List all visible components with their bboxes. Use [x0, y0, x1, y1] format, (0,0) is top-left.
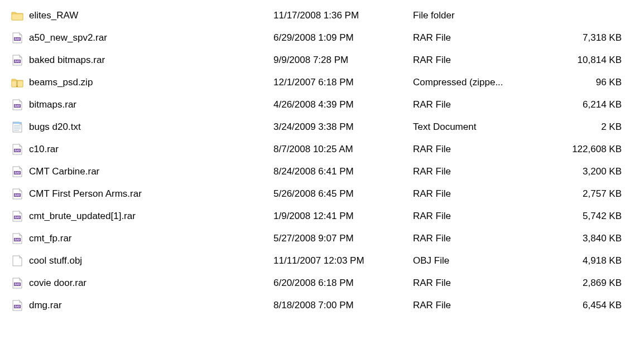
file-size: 6,214 KB — [525, 94, 633, 116]
file-size: 7,318 KB — [525, 27, 633, 49]
file-name[interactable]: baked bitmaps.rar — [28, 49, 273, 71]
file-size — [525, 4, 633, 27]
file-type: RAR File — [413, 294, 525, 317]
file-date-modified: 1/9/2008 12:41 PM — [273, 205, 413, 227]
rar-file-icon — [11, 54, 23, 66]
file-type: Text Document — [413, 116, 525, 138]
file-row[interactable]: beams_psd.zip12/1/2007 6:18 PMCompressed… — [11, 71, 633, 94]
file-type: RAR File — [413, 161, 525, 183]
file-date-modified: 5/26/2008 6:45 PM — [273, 183, 413, 205]
file-name[interactable]: cmt_fp.rar — [28, 227, 273, 250]
file-type: RAR File — [413, 205, 525, 227]
file-name[interactable]: covie door.rar — [28, 272, 273, 294]
file-size: 2 KB — [525, 116, 633, 138]
file-row[interactable]: CMT Carbine.rar8/24/2008 6:41 PMRAR File… — [11, 161, 633, 183]
file-size: 3,200 KB — [525, 161, 633, 183]
file-size: 2,869 KB — [525, 272, 633, 294]
file-row[interactable]: baked bitmaps.rar9/9/2008 7:28 PMRAR Fil… — [11, 49, 633, 71]
file-size: 96 KB — [525, 71, 633, 94]
file-type: OBJ File — [413, 250, 525, 272]
file-name[interactable]: c10.rar — [28, 138, 273, 161]
rar-file-icon — [11, 277, 23, 289]
file-size: 5,742 KB — [525, 205, 633, 227]
file-date-modified: 8/18/2008 7:00 PM — [273, 294, 413, 317]
file-row[interactable]: dmg.rar8/18/2008 7:00 PMRAR File6,454 KB — [11, 294, 633, 317]
file-name[interactable]: cmt_brute_updated[1].rar — [28, 205, 273, 227]
file-row[interactable]: elites_RAW11/17/2008 1:36 PMFile folder — [11, 4, 633, 27]
file-type: RAR File — [413, 49, 525, 71]
file-type: RAR File — [413, 183, 525, 205]
file-date-modified: 6/20/2008 6:18 PM — [273, 272, 413, 294]
file-row[interactable]: CMT First Person Arms.rar5/26/2008 6:45 … — [11, 183, 633, 205]
file-date-modified: 8/7/2008 10:25 AM — [273, 138, 413, 161]
folder-icon — [11, 9, 23, 22]
file-type: RAR File — [413, 94, 525, 116]
file-list: elites_RAW11/17/2008 1:36 PMFile foldera… — [11, 4, 633, 317]
file-type: File folder — [413, 4, 525, 27]
file-date-modified: 5/27/2008 9:07 PM — [273, 227, 413, 250]
file-date-modified: 6/29/2008 1:09 PM — [273, 27, 413, 49]
file-type: Compressed (zippe... — [413, 71, 525, 94]
file-row[interactable]: cmt_fp.rar5/27/2008 9:07 PMRAR File3,840… — [11, 227, 633, 250]
file-date-modified: 8/24/2008 6:41 PM — [273, 161, 413, 183]
file-date-modified: 9/9/2008 7:28 PM — [273, 49, 413, 71]
rar-file-icon — [11, 232, 23, 245]
rar-file-icon — [11, 143, 23, 156]
rar-file-icon — [11, 99, 23, 111]
rar-file-icon — [11, 188, 23, 200]
file-row[interactable]: bugs d20.txt3/24/2009 3:38 PMText Docume… — [11, 116, 633, 138]
file-size: 6,454 KB — [525, 294, 633, 317]
file-size: 122,608 KB — [525, 138, 633, 161]
file-type: RAR File — [413, 27, 525, 49]
file-name[interactable]: bugs d20.txt — [28, 116, 273, 138]
file-date-modified: 3/24/2009 3:38 PM — [273, 116, 413, 138]
file-size: 2,757 KB — [525, 183, 633, 205]
file-size: 10,814 KB — [525, 49, 633, 71]
rar-file-icon — [11, 166, 23, 178]
file-row[interactable]: cmt_brute_updated[1].rar1/9/2008 12:41 P… — [11, 205, 633, 227]
file-icon — [11, 255, 23, 267]
file-date-modified: 12/1/2007 6:18 PM — [273, 71, 413, 94]
file-name[interactable]: CMT Carbine.rar — [28, 161, 273, 183]
file-row[interactable]: a50_new_spv2.rar6/29/2008 1:09 PMRAR Fil… — [11, 27, 633, 49]
file-type: RAR File — [413, 138, 525, 161]
file-row[interactable]: cool stuff.obj11/11/2007 12:03 PMOBJ Fil… — [11, 250, 633, 272]
rar-file-icon — [11, 210, 23, 222]
file-name[interactable]: bitmaps.rar — [28, 94, 273, 116]
file-name[interactable]: cool stuff.obj — [28, 250, 273, 272]
file-name[interactable]: elites_RAW — [28, 4, 273, 27]
file-date-modified: 11/11/2007 12:03 PM — [273, 250, 413, 272]
file-name[interactable]: CMT First Person Arms.rar — [28, 183, 273, 205]
file-name[interactable]: a50_new_spv2.rar — [28, 27, 273, 49]
zip-folder-icon — [11, 76, 23, 89]
file-size: 4,918 KB — [525, 250, 633, 272]
file-type: RAR File — [413, 272, 525, 294]
rar-file-icon — [11, 32, 23, 44]
file-type: RAR File — [413, 227, 525, 250]
file-row[interactable]: bitmaps.rar4/26/2008 4:39 PMRAR File6,21… — [11, 94, 633, 116]
file-size: 3,840 KB — [525, 227, 633, 250]
file-date-modified: 4/26/2008 4:39 PM — [273, 94, 413, 116]
file-row[interactable]: c10.rar8/7/2008 10:25 AMRAR File122,608 … — [11, 138, 633, 161]
file-name[interactable]: beams_psd.zip — [28, 71, 273, 94]
rar-file-icon — [11, 299, 23, 312]
file-name[interactable]: dmg.rar — [28, 294, 273, 317]
text-file-icon — [11, 121, 23, 133]
file-row[interactable]: covie door.rar6/20/2008 6:18 PMRAR File2… — [11, 272, 633, 294]
file-date-modified: 11/17/2008 1:36 PM — [273, 4, 413, 27]
